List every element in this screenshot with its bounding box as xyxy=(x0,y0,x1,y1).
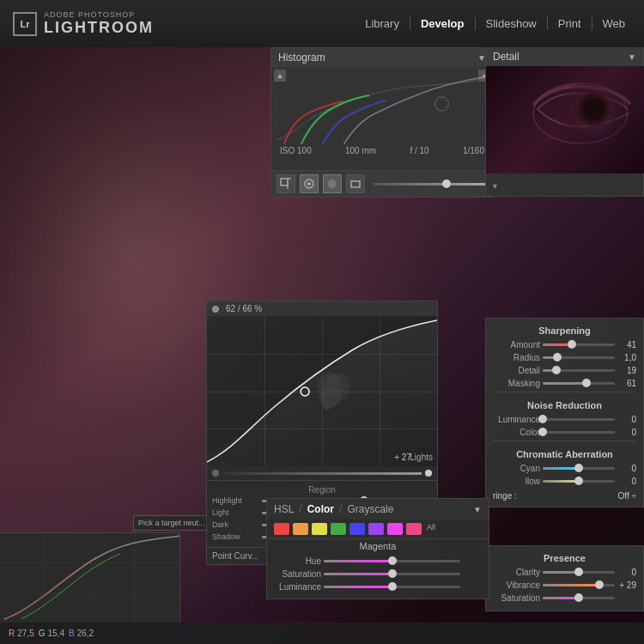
vibrance-track[interactable] xyxy=(543,584,615,586)
app-name: LIGHTROOM xyxy=(44,19,154,37)
luminance-handle[interactable] xyxy=(538,415,547,423)
swatch-orange[interactable] xyxy=(293,523,308,535)
color-noise-value: 0 xyxy=(617,428,636,437)
adobe-label: ADOBE PHOTOSHOP xyxy=(44,10,154,19)
saturation-handle[interactable] xyxy=(574,593,583,602)
curves-header: 62 / 66 % xyxy=(207,301,437,316)
clarity-track[interactable] xyxy=(543,571,615,574)
g-number: 15,4 xyxy=(47,629,64,638)
vibrance-handle[interactable] xyxy=(595,580,604,589)
tool-rect[interactable] xyxy=(346,174,365,193)
saturation-row: Saturation xyxy=(493,593,636,603)
masking-track[interactable] xyxy=(543,382,615,385)
sharpening-panel: Sharpening Amount 41 Radius 1,0 Detail 1… xyxy=(485,318,644,507)
curves-dot xyxy=(212,306,219,313)
yellow-row: llow 0 xyxy=(493,477,636,486)
clarity-handle[interactable] xyxy=(574,568,583,576)
amount-handle[interactable] xyxy=(568,340,576,349)
hsl-sat-handle[interactable] xyxy=(388,569,397,578)
shadow-label: Shadow xyxy=(212,532,259,541)
focal-value: 100 mm xyxy=(345,146,376,155)
histogram-canvas xyxy=(276,71,489,144)
svg-point-0 xyxy=(435,97,449,111)
yellow-handle[interactable] xyxy=(574,477,583,485)
detail-value: 19 xyxy=(617,366,636,375)
swatch-all[interactable]: All xyxy=(425,523,437,535)
lr-badge: Lr xyxy=(13,12,37,36)
swatch-green[interactable] xyxy=(331,523,346,535)
nav-web[interactable]: Web xyxy=(592,17,636,30)
nav-print[interactable]: Print xyxy=(548,17,592,30)
tab-color[interactable]: Color xyxy=(307,503,334,515)
detail-panel-arrow[interactable]: ▼ xyxy=(486,173,643,196)
masking-fill xyxy=(543,382,586,385)
detail-arrow: ▼ xyxy=(628,52,636,62)
masking-row: Masking 61 xyxy=(493,379,636,388)
detail-track[interactable] xyxy=(543,369,615,372)
tool-crop[interactable] xyxy=(276,174,295,193)
logo-text: ADOBE PHOTOSHOP LIGHTROOM xyxy=(44,10,154,37)
hsl-lum-handle[interactable] xyxy=(388,582,397,591)
swatch-blue[interactable] xyxy=(349,523,365,535)
topbar: Lr ADOBE PHOTOSHOP LIGHTROOM Library Dev… xyxy=(0,0,644,47)
cyan-handle[interactable] xyxy=(574,464,583,472)
tool-dot[interactable] xyxy=(323,174,342,193)
hsl-dropdown-arrow[interactable]: ▼ xyxy=(473,505,482,514)
aperture-value: f / 10 xyxy=(410,146,428,155)
swatch-magenta[interactable] xyxy=(387,523,403,535)
curves-body[interactable]: Lights + 27 xyxy=(207,316,437,466)
amount-track[interactable] xyxy=(543,343,615,346)
tab-grayscale[interactable]: Grayscale xyxy=(347,503,393,515)
masking-value: 61 xyxy=(617,379,636,388)
yellow-track[interactable] xyxy=(543,480,615,483)
luminance-track[interactable] xyxy=(543,418,615,421)
svg-point-6 xyxy=(328,179,337,188)
radius-value: 1,0 xyxy=(617,353,636,362)
color-noise-track[interactable] xyxy=(543,431,615,434)
svg-rect-1 xyxy=(281,179,288,185)
color-noise-handle[interactable] xyxy=(538,428,547,436)
hsl-sat-track[interactable] xyxy=(324,573,460,575)
nav-develop[interactable]: Develop xyxy=(410,17,476,30)
region-label: Region xyxy=(212,483,432,496)
detail-handle[interactable] xyxy=(552,366,561,374)
radius-track[interactable] xyxy=(543,356,615,359)
swatch-pink[interactable] xyxy=(406,523,422,535)
histogram-tools xyxy=(271,170,493,197)
vibrance-value: + 29 xyxy=(617,580,636,590)
swatch-yellow[interactable] xyxy=(312,523,327,535)
nav-library[interactable]: Library xyxy=(355,17,410,30)
swatch-purple[interactable] xyxy=(368,523,384,535)
tool-exposure-slider[interactable] xyxy=(374,183,488,185)
fringe-value[interactable]: Off ÷ xyxy=(618,491,636,501)
vibrance-row: Vibrance + 29 xyxy=(493,580,636,590)
iso-value: ISO 100 xyxy=(280,146,312,155)
masking-handle[interactable] xyxy=(582,379,591,387)
amount-value: 41 xyxy=(617,340,636,349)
hsl-lum-track[interactable] xyxy=(324,586,460,588)
radius-handle[interactable] xyxy=(553,353,562,361)
cyan-track[interactable] xyxy=(543,467,615,470)
curves-min-handle[interactable] xyxy=(212,470,219,477)
radius-label: Radius xyxy=(493,353,540,362)
nav-slideshow[interactable]: Slideshow xyxy=(476,17,548,30)
eye-preview xyxy=(486,66,644,173)
detail-title: Detail xyxy=(493,51,519,63)
tab-hsl[interactable]: HSL xyxy=(274,503,294,515)
highlight-label: Highlight xyxy=(212,496,259,505)
separator-1 xyxy=(493,392,636,392)
tool-circle[interactable] xyxy=(300,174,319,193)
curves-gradient-bar xyxy=(222,472,422,475)
swatch-red[interactable] xyxy=(274,523,289,535)
saturation-label: Saturation xyxy=(493,593,540,603)
curves-max-handle[interactable] xyxy=(425,470,432,477)
b-number: 26,2 xyxy=(77,629,94,638)
curves-bottom-slider xyxy=(207,466,437,480)
clarity-label: Clarity xyxy=(493,568,540,577)
saturation-track[interactable] xyxy=(543,597,615,599)
tool-slider-handle[interactable] xyxy=(442,179,451,188)
hsl-hue-handle[interactable] xyxy=(388,556,397,565)
curves-info: 62 / 66 % xyxy=(226,304,262,313)
hsl-sliders: Hue Saturation Luminance xyxy=(267,553,489,598)
hsl-hue-track[interactable] xyxy=(324,560,460,562)
